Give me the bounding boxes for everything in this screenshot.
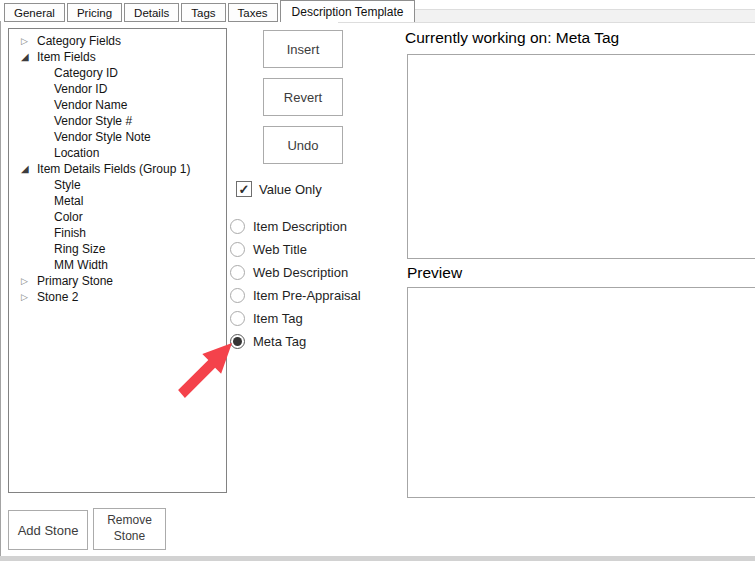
tree-item-vendor-style-note[interactable]: Vendor Style Note (9, 129, 226, 145)
description-template-page: General Pricing Details Tags Taxes Descr… (0, 0, 755, 561)
tree-item-location[interactable]: Location (9, 145, 226, 161)
template-editor-textbox[interactable] (407, 54, 755, 259)
tree-item-color[interactable]: Color (9, 209, 226, 225)
tree-item-ring-size[interactable]: Ring Size (9, 241, 226, 257)
bottom-divider (0, 556, 755, 561)
tree-item-metal[interactable]: Metal (9, 193, 226, 209)
revert-button[interactable]: Revert (263, 78, 343, 116)
radio-label: Item Pre-Appraisal (253, 288, 361, 303)
radio-circle-icon[interactable] (230, 219, 245, 234)
tab-description-template[interactable]: Description Template (280, 0, 416, 22)
tree-item-category-fields[interactable]: ▷ Category Fields (9, 33, 226, 49)
chevron-collapsed-icon[interactable]: ▷ (21, 289, 37, 305)
add-stone-button[interactable]: Add Stone (8, 510, 88, 550)
tree-item-label: Stone 2 (37, 290, 78, 304)
radio-meta-tag[interactable]: Meta Tag (230, 334, 361, 349)
radio-label: Item Description (253, 219, 347, 234)
chevron-collapsed-icon[interactable]: ▷ (21, 273, 37, 289)
radio-selected-icon[interactable] (230, 334, 245, 349)
tree-item-label: Primary Stone (37, 274, 113, 288)
tree-item-finish[interactable]: Finish (9, 225, 226, 241)
tab-taxes[interactable]: Taxes (228, 3, 278, 22)
checkmark-icon: ✓ (239, 183, 250, 196)
tree-item-stone-2[interactable]: ▷ Stone 2 (9, 289, 226, 305)
radio-label: Item Tag (253, 311, 303, 326)
radio-label: Web Title (253, 242, 307, 257)
chevron-collapsed-icon[interactable]: ▷ (21, 33, 37, 49)
undo-button[interactable]: Undo (263, 126, 343, 164)
tree-item-label: Ring Size (54, 242, 105, 256)
tree-item-label: Metal (54, 194, 83, 208)
tree-item-label: Vendor Style Note (54, 130, 151, 144)
tree-item-label: Style (54, 178, 81, 192)
currently-working-on-label: Currently working on: Meta Tag (405, 29, 619, 47)
tree-item-vendor-id[interactable]: Vendor ID (9, 81, 226, 97)
radio-label: Web Description (253, 265, 348, 280)
tab-bar: General Pricing Details Tags Taxes Descr… (4, 0, 417, 22)
value-only-checkbox[interactable]: ✓ Value Only (236, 181, 322, 197)
insert-button[interactable]: Insert (263, 30, 343, 68)
value-only-label: Value Only (259, 182, 322, 197)
tree-item-item-details-fields-group-1[interactable]: ◢ Item Details Fields (Group 1) (9, 161, 226, 177)
radio-circle-icon[interactable] (230, 242, 245, 257)
tree-item-label: Category Fields (37, 34, 121, 48)
tree-item-primary-stone[interactable]: ▷ Primary Stone (9, 273, 226, 289)
tree-item-label: MM Width (54, 258, 108, 272)
checkbox-box[interactable]: ✓ (236, 181, 252, 197)
tab-tags[interactable]: Tags (181, 3, 225, 22)
chevron-expanded-icon[interactable]: ◢ (21, 161, 37, 177)
radio-web-title[interactable]: Web Title (230, 242, 361, 257)
tree-item-item-fields[interactable]: ◢ Item Fields (9, 49, 226, 65)
tree-item-label: Location (54, 146, 99, 160)
radio-web-description[interactable]: Web Description (230, 265, 361, 280)
tree-item-style[interactable]: Style (9, 177, 226, 193)
tree-item-vendor-name[interactable]: Vendor Name (9, 97, 226, 113)
radio-circle-icon[interactable] (230, 288, 245, 303)
tree-item-label: Finish (54, 226, 86, 240)
tree-item-mm-width[interactable]: MM Width (9, 257, 226, 273)
tree-item-label: Item Fields (37, 50, 96, 64)
page-left-border (0, 21, 1, 561)
tree-item-label: Vendor Style # (54, 114, 132, 128)
radio-item-pre-appraisal[interactable]: Item Pre-Appraisal (230, 288, 361, 303)
template-type-radio-group: Item Description Web Title Web Descripti… (230, 219, 361, 357)
chevron-expanded-icon[interactable]: ◢ (21, 49, 37, 65)
tree-item-label: Color (54, 210, 83, 224)
tree-item-label: Vendor ID (54, 82, 107, 96)
tree-item-vendor-style-number[interactable]: Vendor Style # (9, 113, 226, 129)
tab-general[interactable]: General (4, 3, 65, 22)
radio-item-description[interactable]: Item Description (230, 219, 361, 234)
tree-item-category-id[interactable]: Category ID (9, 65, 226, 81)
radio-circle-icon[interactable] (230, 265, 245, 280)
tree-item-label: Category ID (54, 66, 118, 80)
remove-stone-button[interactable]: Remove Stone (93, 508, 166, 550)
tab-pricing[interactable]: Pricing (67, 3, 122, 22)
tab-details[interactable]: Details (124, 3, 179, 22)
preview-label: Preview (407, 264, 462, 282)
radio-item-tag[interactable]: Item Tag (230, 311, 361, 326)
tree-item-label: Item Details Fields (Group 1) (37, 162, 190, 176)
radio-label: Meta Tag (253, 334, 306, 349)
tree-item-label: Vendor Name (54, 98, 127, 112)
preview-textbox[interactable] (407, 287, 755, 498)
fields-tree: ▷ Category Fields ◢ Item Fields Category… (8, 28, 227, 493)
radio-circle-icon[interactable] (230, 311, 245, 326)
